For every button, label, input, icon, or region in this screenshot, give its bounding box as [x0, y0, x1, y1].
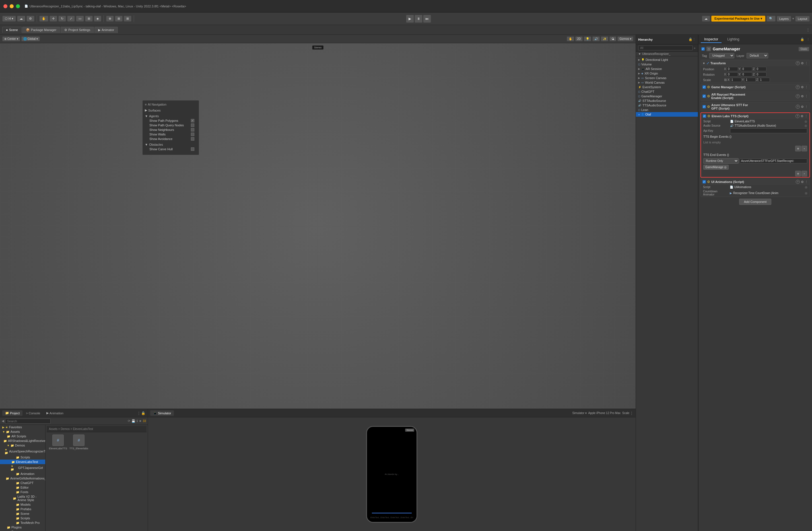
hier-volume[interactable]: ◻ Volume [636, 62, 698, 67]
tree-azure-scripts[interactable]: 📁 Scripts [0, 455, 45, 460]
pivot-btn[interactable]: ⊕ [106, 16, 114, 21]
ui-anim-info-icon[interactable]: ? [796, 180, 800, 184]
surfaces-title[interactable]: ▶ Surfaces [145, 108, 197, 113]
refresh-icon[interactable]: ⟳ [128, 419, 130, 423]
tree-scripts[interactable]: 📁 Scripts [0, 516, 45, 520]
search-button[interactable]: 🔍 [767, 16, 775, 21]
hier-tts-audio[interactable]: 🔊 TTSAudioSource [636, 103, 698, 107]
tab-console[interactable]: > Console [23, 411, 43, 416]
rect-tool[interactable]: ▭ [76, 16, 84, 21]
transform-info-icon[interactable]: ? [796, 61, 800, 65]
el-audio-circle[interactable]: ◎ [804, 124, 807, 127]
show-path-query-nodes-checkbox[interactable] [191, 124, 194, 127]
gm-kebab-icon[interactable]: ⋮ [805, 85, 808, 89]
hier-olaf[interactable]: ● 👤 Olaf [636, 112, 698, 117]
project-search-input[interactable] [5, 419, 50, 424]
eleven-labs-header[interactable]: ✓ ⚙ Eleven Labs TTS (Script) ? ⚙ ⋮ [701, 113, 809, 119]
layout-button[interactable]: Layout [795, 16, 810, 21]
audio-btn[interactable]: 🔊 [592, 37, 600, 41]
save-icon[interactable]: 💾 [131, 419, 135, 423]
pause-button[interactable]: ⏸ [415, 15, 422, 23]
ar-kebab-icon[interactable]: ⋮ [805, 95, 808, 98]
sim-device-name[interactable]: Apple iPhone 12 Pro Max [589, 412, 621, 415]
step-button[interactable]: ⏭ [423, 15, 431, 23]
center-pivot-btn[interactable]: ⊕ Center ▾ [2, 37, 20, 41]
el-script-circle[interactable]: ◎ [804, 120, 807, 123]
rotation-z-input[interactable] [755, 72, 767, 76]
sim-overflow[interactable]: ⋮ [630, 411, 633, 415]
scale-z-input[interactable] [758, 78, 770, 82]
tree-textmesh[interactable]: 📁 TextMesh Pro [0, 520, 45, 525]
show-carve-hull-checkbox[interactable] [191, 147, 194, 151]
fx-btn[interactable]: ✨ [601, 37, 608, 41]
tab-inspector[interactable]: Inspector [701, 36, 722, 43]
tree-models[interactable]: 📁 Models [0, 502, 45, 507]
tab-scene[interactable]: ● Scene [2, 27, 21, 33]
transform-gear-icon[interactable]: ⚙ [801, 61, 804, 65]
settings-button[interactable]: ⚙ [27, 16, 34, 21]
hierarchy-add-btn[interactable]: + [694, 46, 696, 50]
hier-chatgpt[interactable]: ◻ ChatGPT [636, 89, 698, 94]
tts-begin-minus-btn[interactable]: - [801, 146, 807, 152]
tts-begin-plus-btn[interactable]: + [795, 146, 801, 152]
experimental-packages-button[interactable]: Experimental Packages In Use ▾ [711, 16, 765, 21]
rotate-tool[interactable]: ↻ [58, 16, 66, 21]
show-neighbours-checkbox[interactable] [191, 128, 194, 131]
close-button[interactable] [3, 4, 8, 8]
tts-end-plus-btn[interactable]: + [795, 171, 801, 176]
transform-header[interactable]: ▼ ⤢ Transform ? ⚙ ⋮ [701, 60, 810, 66]
ui-anim-kebab-icon[interactable]: ⋮ [805, 180, 808, 184]
light-btn[interactable]: 💡 [584, 37, 591, 41]
azure-check[interactable]: ✓ [702, 105, 706, 109]
hier-stt-audio[interactable]: 🔊 STTAudioSource [636, 99, 698, 103]
transform-tool[interactable]: ⊞ [85, 16, 93, 21]
hier-directional-light[interactable]: ▶ 💡 Directional Light [636, 57, 698, 62]
cloud-button[interactable]: ☁ [17, 16, 25, 21]
tab-lighting[interactable]: Lighting [724, 36, 743, 43]
layer-dropdown[interactable]: Default [746, 53, 768, 58]
ar-info-icon[interactable]: ? [796, 94, 800, 98]
gm-gear-icon[interactable]: ⚙ [801, 85, 804, 89]
scale-tool[interactable]: ⤢ [67, 16, 75, 21]
tts-end-minus-btn[interactable]: - [801, 171, 807, 176]
ar-check[interactable]: ✓ [702, 95, 706, 98]
hier-game-manager[interactable]: ◻ GameManager [636, 94, 698, 99]
tree-fonts[interactable]: 📁 Fonts [0, 490, 45, 494]
add-component-button[interactable]: Add Component [739, 199, 772, 205]
el-info-icon[interactable]: ? [796, 114, 799, 118]
tab-project-settings[interactable]: ⚙ Project Settings [61, 27, 94, 33]
azure-kebab-icon[interactable]: ⋮ [805, 105, 808, 109]
hier-ar-session[interactable]: ▶ 📱 AR Session [636, 67, 698, 71]
tabs-overflow[interactable]: ⋮ [806, 28, 810, 32]
layers-button[interactable]: Layers [777, 16, 791, 21]
tree-animation[interactable]: 📁 Animation [0, 472, 45, 476]
grid-btn[interactable]: ⊞ [124, 16, 131, 21]
tree-anime-idle[interactable]: 📁 AnimeGirlIdleAnimations_free [0, 476, 45, 480]
info-icon[interactable]: ℹ [136, 419, 138, 423]
inspector-overflow[interactable]: ⋮ [807, 38, 810, 41]
asset-tts-elevenlabs[interactable]: # TTS_Elevenlabs [69, 434, 88, 450]
scale-y-input[interactable] [744, 78, 756, 82]
play-button[interactable]: ▶ [406, 15, 414, 23]
tree-prefabs[interactable]: 📁 Prefabs [0, 507, 45, 511]
tag-dropdown[interactable]: Untagged [709, 53, 734, 58]
hierarchy-lock[interactable]: 🔒 [688, 38, 693, 41]
hier-world-canvas[interactable]: ▶ ▭ World Canvas [636, 80, 698, 85]
hierarchy-search-input[interactable] [638, 45, 693, 51]
favorite-icon[interactable]: ★ [139, 419, 142, 423]
custom-tool[interactable]: ◈ [94, 16, 101, 21]
tree-gpt-japanese[interactable]: ▼ 📁 GPTJapaneseGirl [0, 464, 45, 472]
object-active-check[interactable]: ✓ [701, 47, 705, 51]
position-x-input[interactable] [727, 67, 738, 71]
tree-assets[interactable]: ▼ 📁 Assets [0, 429, 45, 434]
agents-title[interactable]: ▼ Agents [145, 114, 197, 118]
scale-x-input[interactable] [730, 78, 741, 82]
azure-gear-icon[interactable]: ⚙ [801, 105, 804, 109]
el-gear-icon[interactable]: ⚙ [801, 114, 803, 118]
obstacles-title[interactable]: ▼ Obstacles [145, 142, 197, 147]
ar-raycast-header[interactable]: ✓ ⚙ AR Raycast Placement Enable (Script)… [701, 92, 810, 101]
gm-info-icon[interactable]: ? [796, 85, 800, 89]
ui-anim-gear-icon[interactable]: ⚙ [801, 180, 804, 184]
tab-simulator[interactable]: 📱 Simulator [150, 410, 174, 416]
position-z-input[interactable] [755, 67, 767, 71]
